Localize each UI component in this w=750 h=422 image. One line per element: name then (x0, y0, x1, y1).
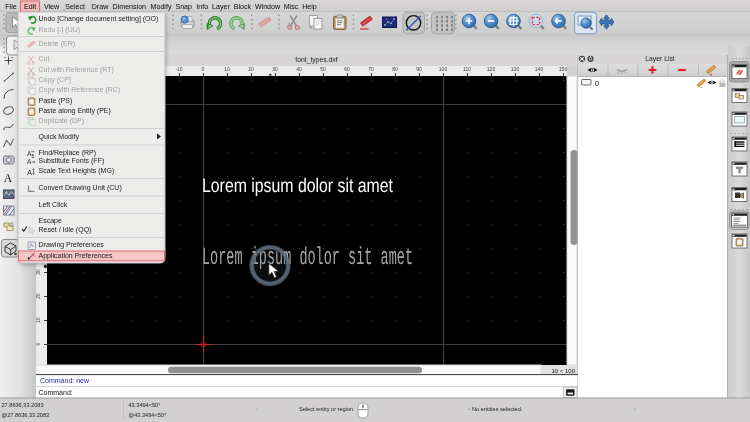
svg-text:0: 0 (202, 66, 205, 72)
svg-text:100: 100 (439, 66, 448, 72)
svg-text:20: 20 (35, 293, 41, 299)
svg-text:130: 130 (511, 66, 520, 72)
svg-text:60: 60 (344, 66, 350, 72)
svg-text:Redo [-] (UU): Redo [-] (UU) (39, 26, 81, 34)
svg-text:Drawing Preferences: Drawing Preferences (39, 241, 105, 249)
svg-text:B: B (32, 154, 35, 159)
svg-text:40: 40 (296, 66, 302, 72)
svg-text:Edit: Edit (24, 3, 36, 11)
svg-text:Lorem ipsum dolor sit amet: Lorem ipsum dolor sit amet (202, 175, 393, 197)
svg-text:font_types.dxf: font_types.dxf (295, 56, 337, 64)
svg-text:50: 50 (320, 66, 326, 72)
svg-text:90: 90 (416, 66, 422, 72)
svg-text:110: 110 (463, 66, 471, 72)
svg-text:80: 80 (392, 66, 398, 72)
svg-text:Escape: Escape (39, 217, 62, 225)
svg-text:A: A (27, 158, 32, 165)
svg-text:Modify: Modify (151, 3, 172, 11)
svg-text:•: • (468, 406, 470, 412)
svg-text:20: 20 (248, 66, 254, 72)
svg-text:@43.3494<50°: @43.3494<50° (129, 412, 167, 418)
svg-text:Delete (ER): Delete (ER) (39, 40, 76, 48)
svg-text:Help: Help (302, 3, 317, 11)
svg-text:@27.8636,33.2083: @27.8636,33.2083 (2, 412, 50, 418)
svg-text:Draw: Draw (92, 3, 109, 11)
svg-text:Cut with Reference (RT): Cut with Reference (RT) (39, 66, 114, 74)
svg-text:0: 0 (35, 342, 41, 345)
svg-text:0: 0 (595, 79, 599, 88)
svg-text:43.3494<50°: 43.3494<50° (129, 402, 161, 408)
svg-text:Snap: Snap (175, 3, 192, 11)
svg-text:File: File (5, 3, 16, 11)
svg-text:Reset / Idle (QQ): Reset / Idle (QQ) (39, 226, 92, 234)
svg-text:Dimension: Dimension (113, 3, 147, 11)
svg-text:10 < 100: 10 < 100 (551, 368, 575, 374)
svg-text:Duplicate (DP): Duplicate (DP) (39, 117, 85, 125)
svg-text:30: 30 (272, 66, 278, 72)
svg-text:Substitute Fonts (FF): Substitute Fonts (FF) (39, 157, 105, 165)
svg-text:120: 120 (487, 66, 496, 72)
svg-text:Cut: Cut (39, 55, 50, 62)
svg-text:70: 70 (368, 66, 374, 72)
svg-text:Select entity or region: Select entity or region (299, 406, 353, 412)
svg-text:Find/Replace (RP): Find/Replace (RP) (39, 149, 97, 157)
svg-text:27.8636,33.2083: 27.8636,33.2083 (2, 402, 44, 408)
svg-text:Lorem ipsum dolor sit amet: Lorem ipsum dolor sit amet (202, 245, 413, 272)
svg-text:Undo [Change document setting]: Undo [Change document setting] (OO) (39, 15, 159, 23)
svg-text:A: A (27, 168, 32, 177)
svg-text:Select: Select (65, 3, 85, 11)
svg-text:Paste (PS): Paste (PS) (39, 97, 73, 105)
svg-text:Info: Info (196, 3, 208, 11)
svg-text:Paste along Entity (PE): Paste along Entity (PE) (39, 107, 111, 115)
svg-text:Layer List: Layer List (645, 55, 675, 63)
svg-text:Command:: Command: (39, 389, 73, 396)
svg-text:•: • (256, 406, 258, 412)
svg-text:Copy with Reference (RC): Copy with Reference (RC) (39, 86, 121, 94)
svg-text:Left Click: Left Click (39, 201, 68, 208)
svg-text:Misc: Misc (284, 3, 299, 11)
svg-text:Scale Text Heights (MG): Scale Text Heights (MG) (39, 167, 115, 175)
svg-text:Block: Block (234, 3, 252, 11)
svg-text:140: 140 (535, 66, 544, 72)
svg-text:30: 30 (35, 269, 41, 275)
svg-text:View: View (44, 3, 60, 11)
svg-text:•: • (634, 406, 636, 412)
svg-text:Copy (CP): Copy (CP) (39, 76, 72, 84)
svg-text:Convert Drawing Unit (CU): Convert Drawing Unit (CU) (39, 184, 122, 192)
svg-text:-10: -10 (175, 66, 182, 72)
svg-text:A: A (4, 172, 13, 184)
svg-text:Window: Window (255, 3, 281, 11)
svg-text:Quick Modify: Quick Modify (39, 133, 80, 141)
svg-text:Command: new: Command: new (40, 377, 90, 384)
svg-text:Application Preferences: Application Preferences (39, 252, 113, 260)
svg-text:150: 150 (559, 66, 568, 72)
svg-text:Layer: Layer (212, 3, 230, 11)
svg-text:No entities selected.: No entities selected. (472, 406, 523, 412)
svg-text:10: 10 (35, 317, 41, 323)
svg-text:10: 10 (224, 66, 230, 72)
